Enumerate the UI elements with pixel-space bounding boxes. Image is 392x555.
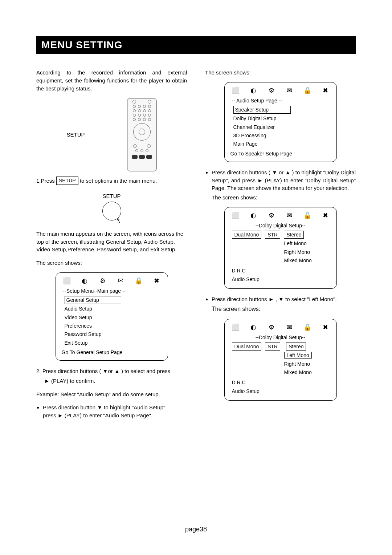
dolby-left-list: D.R.C Audio Setup (232, 267, 331, 283)
hand-icon (102, 202, 121, 220)
bullet-list-1: Press direction button ▼ to highlight "A… (36, 404, 187, 420)
osd-dolby-row: Dual Mono STR Stereo (232, 231, 331, 239)
content-columns: According to the recorded information an… (36, 63, 356, 422)
osd-header: --Dolby Digital Setup-- (230, 222, 331, 229)
step-2b: ► (PLAY) to confirm. (44, 377, 187, 385)
mail-icon: ✉ (285, 87, 294, 94)
lock-icon: 🔒 (134, 277, 143, 284)
bullet1a: Press direction button ▼ to highlight "A… (43, 404, 167, 410)
osd-item: Password Setup (65, 331, 163, 338)
remote-icon (127, 98, 157, 171)
bullet-list-3: Press direction buttons ► , ▼ to select … (205, 295, 356, 303)
osd-item: Audio Setup (232, 276, 331, 283)
osd-item: 3D Processing (233, 132, 331, 139)
disc-icon: ◐ (249, 87, 258, 94)
example-line: Example: Select "Audio Setup" and do som… (36, 390, 187, 398)
osd-item: Audio Setup (232, 388, 331, 395)
mail-icon: ✉ (116, 277, 125, 284)
hand-press-illustration: SETUP (36, 192, 187, 220)
left-mono-selected: Left Mono (284, 352, 312, 358)
osd-icon-row: ⬜ ◐ ⚙ ✉ 🔒 ✖ (231, 212, 330, 219)
osd-icon-row: ⬜ ◐ ⚙ ✉ 🔒 ✖ (62, 277, 161, 284)
disc-icon: ◐ (249, 324, 258, 331)
osd-header: --Dolby Digital Setup-- (230, 334, 331, 341)
setup-button-box: SETUP (56, 177, 78, 185)
stereo-cell: Stereo (284, 231, 304, 239)
page-number: page38 (185, 526, 207, 533)
osd-footer: Go To Speaker Setup Page (230, 150, 331, 157)
gear-icon: ⚙ (267, 87, 276, 94)
osd-item: Right Mono (284, 360, 331, 368)
left-column: According to the recorded information an… (36, 63, 187, 422)
screen-shows-label-1: The screen shows: (36, 259, 187, 267)
dolby-right-list: Left Mono Right Mono Mixed Mono (284, 240, 331, 264)
bullet-item: Press direction buttons ► , ▼ to select … (212, 295, 356, 303)
right-column: The screen shows: ⬜ ◐ ⚙ ✉ 🔒 ✖ -- Audio S… (205, 63, 356, 422)
monitor-icon: ⬜ (62, 277, 71, 284)
osd-item: Exit Setup (65, 339, 163, 347)
callout-line (91, 143, 121, 143)
monitor-icon: ⬜ (231, 212, 240, 219)
osd-item: Mixed Mono (284, 257, 331, 264)
hand-label: SETUP (36, 192, 187, 200)
stereo-cell: Stereo (286, 343, 306, 351)
remote-label: SETUP (66, 131, 85, 139)
dual-mono-cell: Dual Mono (232, 343, 262, 351)
bullet-list-2: Press direction buttons ( ▼ or ▲ ) to hi… (205, 169, 356, 192)
remote-illustration: SETUP (36, 98, 187, 171)
osd-selected-item: General Setup (65, 296, 121, 304)
gear-icon: ⚙ (267, 324, 276, 331)
lock-icon: 🔒 (303, 324, 312, 331)
bullet-item: Press direction button ▼ to highlight "A… (43, 404, 187, 420)
osd-item: Video Setup (65, 314, 163, 321)
osd-item: Channel Equalizer (233, 123, 331, 131)
gear-icon: ⚙ (98, 277, 107, 284)
step1-post: to set options in the main menu. (78, 178, 157, 184)
mail-icon: ✉ (285, 212, 294, 219)
dual-mono-cell: Dual Mono (232, 231, 262, 239)
mail-icon: ✉ (285, 324, 294, 331)
disc-icon: ◐ (80, 277, 89, 284)
section-title: MENU SETTING (36, 36, 356, 54)
str-cell: STR (265, 343, 280, 351)
osd-header: -- Audio Setup Page -- (232, 97, 331, 104)
osd-setup-main: ⬜ ◐ ⚙ ✉ 🔒 ✖ --Setup Menu--Main page -- G… (56, 272, 168, 361)
close-icon: ✖ (321, 212, 330, 219)
osd-footer: Go To General Setup Page (62, 349, 163, 356)
lock-icon: 🔒 (303, 87, 312, 94)
step-1: 1.Press SETUP to set options in the main… (36, 177, 187, 185)
gear-icon: ⚙ (267, 212, 276, 219)
osd-selected-item: Speaker Setup (233, 106, 291, 114)
screen-shows-label-2: The screen shows: (205, 69, 356, 77)
close-icon: ✖ (321, 87, 330, 94)
osd-item: Preferences (65, 322, 163, 329)
lock-icon: 🔒 (303, 212, 312, 219)
disc-icon: ◐ (249, 212, 258, 219)
osd-icon-row: ⬜ ◐ ⚙ ✉ 🔒 ✖ (231, 324, 330, 331)
monitor-icon: ⬜ (231, 324, 240, 331)
osd-header: --Setup Menu--Main page -- (63, 287, 163, 295)
step1-pre: 1.Press (36, 178, 56, 184)
osd-item: Mixed Mono (284, 369, 331, 376)
screen-shows-label-4: The screen shows: (212, 305, 356, 313)
dolby-left-list: D.R.C Audio Setup (232, 379, 331, 395)
osd-item: Right Mono (284, 248, 331, 256)
osd-audio-setup: ⬜ ◐ ⚙ ✉ 🔒 ✖ -- Audio Setup Page -- Speak… (224, 82, 337, 162)
page-root: MENU SETTING According to the recorded i… (0, 0, 392, 555)
close-icon: ✖ (152, 277, 161, 284)
close-icon: ✖ (321, 324, 330, 331)
osd-item: D.R.C (232, 379, 331, 386)
osd-item: Main Page (233, 140, 331, 147)
osd-icon-row: ⬜ ◐ ⚙ ✉ 🔒 ✖ (231, 87, 330, 94)
monitor-icon: ⬜ (231, 87, 240, 94)
osd-dolby-2: ⬜ ◐ ⚙ ✉ 🔒 ✖ --Dolby Digital Setup-- Dual… (224, 319, 337, 401)
osd-item: Left Mono (284, 240, 331, 247)
osd-item: Audio Setup (65, 305, 163, 312)
osd-dolby-row: Dual Mono STR Stereo (232, 343, 331, 351)
osd-item: Dolby Digital Setup (233, 115, 331, 122)
screen-shows-label-3: The screen shows: (212, 194, 356, 202)
bullet-item: Press direction buttons ( ▼ or ▲ ) to hi… (212, 169, 356, 192)
main-menu-description: The main menu appears on the screen, wit… (36, 230, 187, 254)
dolby-right-list: Left Mono Right Mono Mixed Mono (284, 352, 331, 376)
str-cell: STR (265, 231, 280, 239)
